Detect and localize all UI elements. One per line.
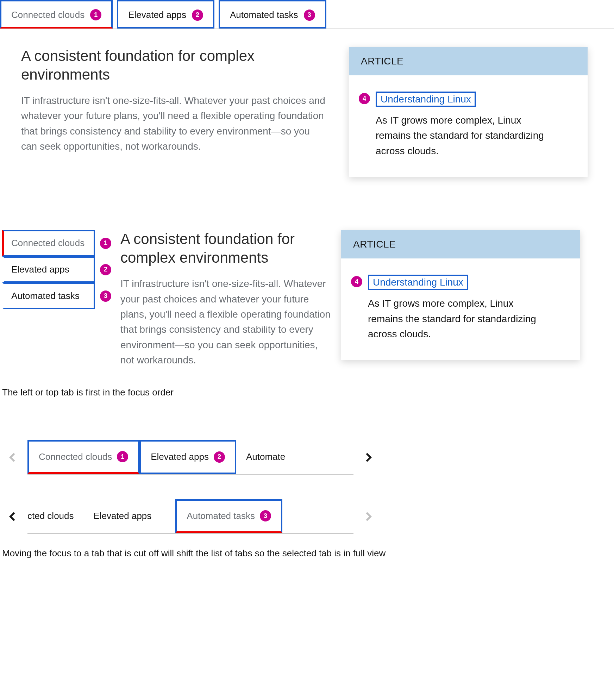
tab-connected-clouds[interactable]: Connected clouds 1 (27, 440, 139, 474)
focus-marker-3: 3 (260, 510, 271, 521)
card-link[interactable]: Understanding Linux (376, 92, 476, 107)
focus-marker-2: 2 (192, 10, 203, 21)
tab-label: Connected clouds (11, 10, 84, 20)
tab-connected-clouds[interactable]: Connected clouds (2, 230, 95, 256)
scroll-right-button[interactable] (353, 440, 381, 475)
tab-automated-tasks[interactable]: Automated tasks 3 (175, 499, 282, 533)
tab-automated-tasks[interactable]: Automated tasks (2, 283, 95, 309)
panel-text: A consistent foundation for complex envi… (120, 230, 332, 368)
example-overflow-tabs: Connected clouds 1 Elevated apps 2 Autom… (0, 440, 381, 534)
focus-marker-4: 4 (351, 276, 362, 287)
tab-label: Elevated apps (94, 511, 152, 521)
article-card: ARTICLE 4 Understanding Linux As IT grow… (341, 230, 580, 360)
panel-heading: A consistent foundation for complex envi… (21, 47, 327, 84)
tab-label: Elevated apps (11, 264, 69, 275)
scroll-right-button[interactable] (353, 499, 381, 534)
example-horizontal-tabs: Connected clouds 1 Elevated apps 2 Autom… (0, 0, 614, 198)
focus-marker-2: 2 (100, 264, 111, 275)
overflow-row-start: Connected clouds 1 Elevated apps 2 Autom… (0, 440, 381, 475)
caption-focus-order: The left or top tab is first in the focu… (0, 387, 614, 398)
card-description: As IT grows more complex, Linux remains … (376, 113, 559, 158)
focus-marker-1: 1 (90, 9, 101, 20)
overflow-track: Connected clouds 1 Elevated apps 2 Autom… (27, 440, 353, 475)
card-link[interactable]: Understanding Linux (368, 275, 468, 290)
tab-connected-clouds-partial[interactable]: cted clouds (27, 499, 84, 533)
tab-elevated-apps[interactable]: Elevated apps 2 (117, 0, 214, 29)
overflow-row-end: cted clouds Elevated apps Automated task… (0, 499, 381, 534)
chevron-right-icon (363, 453, 371, 462)
tab-automated-tasks[interactable]: Automated tasks 3 (219, 0, 326, 29)
panel-heading: A consistent foundation for complex envi… (120, 230, 332, 267)
chevron-right-icon (363, 512, 371, 521)
focus-marker-1: 1 (117, 451, 128, 462)
overflow-track: cted clouds Elevated apps Automated task… (27, 499, 353, 534)
tab-label: Automated tasks (187, 511, 255, 521)
example-vertical-tabs: Connected clouds 1 Elevated apps 2 Autom… (0, 198, 614, 378)
tab-elevated-apps[interactable]: Elevated apps 2 (139, 440, 236, 474)
tab-label-partial: Automate (246, 451, 285, 462)
tab-connected-clouds[interactable]: Connected clouds 1 (0, 0, 113, 29)
tab-elevated-apps[interactable]: Elevated apps (2, 256, 95, 283)
panel-text: A consistent foundation for complex envi… (21, 47, 327, 177)
chevron-left-icon (9, 512, 18, 521)
article-card: ARTICLE 4 Understanding Linux As IT grow… (349, 47, 588, 177)
tab-label: Automated tasks (230, 10, 298, 20)
tab-label: Connected clouds (11, 238, 84, 248)
tab-label: Elevated apps (128, 10, 186, 20)
tab-automated-tasks-partial[interactable]: Automate (236, 440, 295, 474)
tab-label: Automated tasks (11, 290, 80, 301)
card-label: ARTICLE (341, 230, 580, 258)
tab-bar-vertical: Connected clouds 1 Elevated apps 2 Autom… (2, 230, 111, 309)
panel-body: IT infrastructure isn't one-size-fits-al… (120, 276, 332, 368)
focus-marker-2: 2 (214, 451, 225, 463)
focus-marker-4: 4 (359, 93, 370, 104)
scroll-left-button[interactable] (0, 440, 27, 475)
tab-panel: A consistent foundation for complex envi… (0, 29, 614, 177)
tab-elevated-apps[interactable]: Elevated apps (84, 499, 162, 533)
tab-label-partial: cted clouds (27, 511, 74, 521)
tab-label: Connected clouds (39, 451, 112, 462)
focus-marker-3: 3 (304, 10, 315, 21)
focus-marker-3: 3 (100, 290, 111, 302)
tab-bar-horizontal: Connected clouds 1 Elevated apps 2 Autom… (0, 0, 614, 29)
caption-overflow-shift: Moving the focus to a tab that is cut of… (0, 548, 614, 559)
panel-body: IT infrastructure isn't one-size-fits-al… (21, 93, 327, 154)
focus-marker-1: 1 (100, 238, 111, 249)
chevron-left-icon (9, 453, 18, 462)
card-description: As IT grows more complex, Linux remains … (368, 296, 551, 342)
card-label: ARTICLE (349, 47, 588, 75)
scroll-left-button[interactable] (0, 499, 27, 534)
tab-label: Elevated apps (151, 451, 209, 462)
